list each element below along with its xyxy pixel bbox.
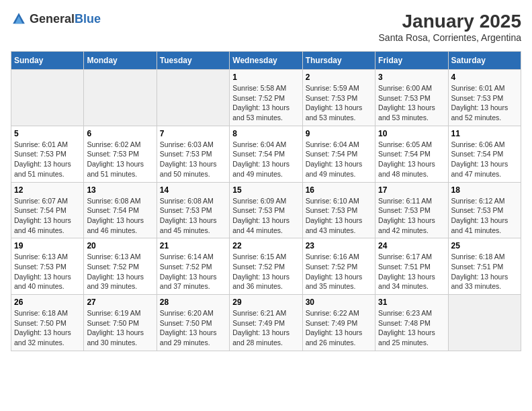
day-info: Sunrise: 6:01 AM Sunset: 7:53 PM Dayligh…	[451, 83, 518, 123]
day-number: 20	[87, 241, 153, 250]
col-thursday: Thursday	[302, 52, 375, 70]
col-monday: Monday	[84, 52, 157, 70]
day-info: Sunrise: 6:01 AM Sunset: 7:53 PM Dayligh…	[14, 140, 81, 179]
table-row: 26Sunrise: 6:18 AM Sunset: 7:50 PM Dayli…	[11, 295, 84, 351]
table-row: 12Sunrise: 6:07 AM Sunset: 7:54 PM Dayli…	[11, 182, 84, 238]
day-info: Sunrise: 6:13 AM Sunset: 7:53 PM Dayligh…	[14, 252, 81, 291]
day-info: Sunrise: 5:59 AM Sunset: 7:53 PM Dayligh…	[306, 83, 372, 123]
day-number: 24	[378, 241, 445, 250]
table-row: 14Sunrise: 6:08 AM Sunset: 7:53 PM Dayli…	[157, 182, 229, 238]
col-friday: Friday	[375, 52, 448, 70]
table-row: 13Sunrise: 6:08 AM Sunset: 7:54 PM Dayli…	[84, 182, 157, 238]
day-info: Sunrise: 6:13 AM Sunset: 7:52 PM Dayligh…	[87, 252, 153, 291]
table-row: 1Sunrise: 5:58 AM Sunset: 7:52 PM Daylig…	[230, 70, 302, 126]
day-info: Sunrise: 6:22 AM Sunset: 7:49 PM Dayligh…	[306, 308, 372, 348]
day-number: 6	[87, 129, 153, 138]
logo-general-text: General	[30, 12, 75, 26]
day-info: Sunrise: 6:03 AM Sunset: 7:53 PM Dayligh…	[160, 140, 226, 179]
calendar-header: Sunday Monday Tuesday Wednesday Thursday…	[11, 52, 521, 70]
day-info: Sunrise: 6:19 AM Sunset: 7:50 PM Dayligh…	[87, 308, 153, 348]
table-row: 17Sunrise: 6:11 AM Sunset: 7:53 PM Dayli…	[375, 182, 448, 238]
day-number: 8	[232, 129, 299, 138]
table-row: 24Sunrise: 6:17 AM Sunset: 7:51 PM Dayli…	[375, 238, 448, 295]
table-row: 9Sunrise: 6:04 AM Sunset: 7:54 PM Daylig…	[302, 126, 375, 182]
table-row: 31Sunrise: 6:23 AM Sunset: 7:48 PM Dayli…	[375, 295, 448, 351]
table-row: 21Sunrise: 6:14 AM Sunset: 7:52 PM Dayli…	[157, 238, 229, 295]
day-number: 14	[160, 185, 226, 195]
day-number: 31	[378, 298, 445, 307]
day-info: Sunrise: 6:05 AM Sunset: 7:54 PM Dayligh…	[378, 140, 445, 179]
day-number: 16	[306, 185, 372, 195]
day-info: Sunrise: 6:12 AM Sunset: 7:53 PM Dayligh…	[451, 196, 518, 236]
day-number: 12	[14, 185, 81, 195]
table-row	[448, 295, 521, 351]
table-row	[157, 70, 229, 126]
day-info: Sunrise: 5:58 AM Sunset: 7:52 PM Dayligh…	[232, 83, 299, 123]
table-row: 10Sunrise: 6:05 AM Sunset: 7:54 PM Dayli…	[375, 126, 448, 182]
day-number: 9	[306, 129, 372, 138]
day-info: Sunrise: 6:07 AM Sunset: 7:54 PM Dayligh…	[14, 196, 81, 236]
page-header: GeneralBlue January 2025 Santa Rosa, Cor…	[11, 11, 521, 43]
table-row: 6Sunrise: 6:02 AM Sunset: 7:53 PM Daylig…	[84, 126, 157, 182]
table-row: 20Sunrise: 6:13 AM Sunset: 7:52 PM Dayli…	[84, 238, 157, 295]
day-info: Sunrise: 6:18 AM Sunset: 7:51 PM Dayligh…	[451, 252, 518, 291]
table-row: 5Sunrise: 6:01 AM Sunset: 7:53 PM Daylig…	[11, 126, 84, 182]
day-number: 2	[306, 73, 372, 82]
day-number: 11	[451, 129, 518, 138]
day-number: 19	[14, 241, 81, 250]
day-info: Sunrise: 6:14 AM Sunset: 7:52 PM Dayligh…	[160, 252, 226, 291]
day-info: Sunrise: 6:16 AM Sunset: 7:52 PM Dayligh…	[306, 252, 372, 291]
title-block: January 2025 Santa Rosa, Corrientes, Arg…	[379, 11, 521, 43]
col-saturday: Saturday	[448, 52, 521, 70]
calendar-body: 1Sunrise: 5:58 AM Sunset: 7:52 PM Daylig…	[11, 70, 521, 351]
day-number: 30	[306, 298, 372, 307]
day-number: 23	[306, 241, 372, 250]
day-number: 4	[451, 73, 518, 82]
day-info: Sunrise: 6:15 AM Sunset: 7:52 PM Dayligh…	[232, 252, 299, 291]
calendar-table: Sunday Monday Tuesday Wednesday Thursday…	[11, 51, 521, 351]
logo-blue-text: Blue	[75, 12, 101, 26]
logo: GeneralBlue	[11, 11, 101, 27]
table-row: 18Sunrise: 6:12 AM Sunset: 7:53 PM Dayli…	[448, 182, 521, 238]
day-number: 25	[451, 241, 518, 250]
day-info: Sunrise: 6:18 AM Sunset: 7:50 PM Dayligh…	[14, 308, 81, 348]
month-title: January 2025	[379, 11, 521, 32]
table-row: 25Sunrise: 6:18 AM Sunset: 7:51 PM Dayli…	[448, 238, 521, 295]
day-number: 18	[451, 185, 518, 195]
day-info: Sunrise: 6:04 AM Sunset: 7:54 PM Dayligh…	[306, 140, 372, 179]
day-number: 17	[378, 185, 445, 195]
day-info: Sunrise: 6:00 AM Sunset: 7:53 PM Dayligh…	[378, 83, 445, 123]
table-row: 4Sunrise: 6:01 AM Sunset: 7:53 PM Daylig…	[448, 70, 521, 126]
table-row: 3Sunrise: 6:00 AM Sunset: 7:53 PM Daylig…	[375, 70, 448, 126]
day-number: 10	[378, 129, 445, 138]
day-number: 27	[87, 298, 153, 307]
day-info: Sunrise: 6:17 AM Sunset: 7:51 PM Dayligh…	[378, 252, 445, 291]
day-number: 1	[232, 73, 299, 82]
day-info: Sunrise: 6:06 AM Sunset: 7:54 PM Dayligh…	[451, 140, 518, 179]
day-info: Sunrise: 6:20 AM Sunset: 7:50 PM Dayligh…	[160, 308, 226, 348]
table-row	[11, 70, 84, 126]
day-number: 15	[232, 185, 299, 195]
day-number: 7	[160, 129, 226, 138]
table-row: 11Sunrise: 6:06 AM Sunset: 7:54 PM Dayli…	[448, 126, 521, 182]
day-info: Sunrise: 6:09 AM Sunset: 7:53 PM Dayligh…	[232, 196, 299, 236]
col-sunday: Sunday	[11, 52, 84, 70]
table-row: 27Sunrise: 6:19 AM Sunset: 7:50 PM Dayli…	[84, 295, 157, 351]
day-number: 28	[160, 298, 226, 307]
day-number: 3	[378, 73, 445, 82]
day-info: Sunrise: 6:04 AM Sunset: 7:54 PM Dayligh…	[232, 140, 299, 179]
table-row: 30Sunrise: 6:22 AM Sunset: 7:49 PM Dayli…	[302, 295, 375, 351]
table-row: 23Sunrise: 6:16 AM Sunset: 7:52 PM Dayli…	[302, 238, 375, 295]
col-wednesday: Wednesday	[230, 52, 302, 70]
table-row: 16Sunrise: 6:10 AM Sunset: 7:53 PM Dayli…	[302, 182, 375, 238]
day-number: 21	[160, 241, 226, 250]
day-number: 5	[14, 129, 81, 138]
day-number: 26	[14, 298, 81, 307]
table-row: 19Sunrise: 6:13 AM Sunset: 7:53 PM Dayli…	[11, 238, 84, 295]
logo-icon	[11, 11, 27, 27]
day-info: Sunrise: 6:08 AM Sunset: 7:53 PM Dayligh…	[160, 196, 226, 236]
table-row: 15Sunrise: 6:09 AM Sunset: 7:53 PM Dayli…	[230, 182, 302, 238]
table-row: 22Sunrise: 6:15 AM Sunset: 7:52 PM Dayli…	[230, 238, 302, 295]
day-number: 13	[87, 185, 153, 195]
location-subtitle: Santa Rosa, Corrientes, Argentina	[379, 32, 521, 43]
